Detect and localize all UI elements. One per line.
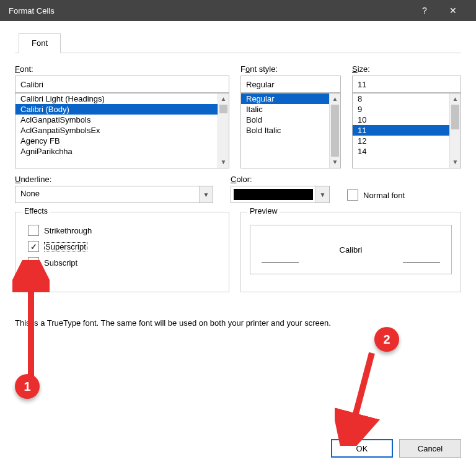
scroll-thumb[interactable]	[331, 105, 339, 157]
title-bar: Format Cells ? ✕	[0, 0, 476, 21]
effects-group: Effects Strikethrough ✓ Superscript Subs…	[15, 212, 229, 292]
normalfont-label: Normal font	[363, 191, 405, 200]
preview-text: Calibri	[340, 245, 363, 255]
size-option[interactable]: 9	[353, 104, 449, 115]
scroll-up-icon[interactable]: ▲	[330, 94, 340, 105]
scroll-down-icon[interactable]: ▼	[218, 157, 229, 168]
underline-label: Underline:	[15, 175, 213, 184]
checkbox-box	[347, 189, 358, 201]
superscript-checkbox[interactable]: ✓ Superscript	[28, 241, 223, 252]
font-option[interactable]: AclGanpatiSymbols	[15, 115, 218, 125]
color-label: Color:	[231, 175, 330, 184]
scrollbar[interactable]: ▲ ▼	[329, 94, 340, 168]
size-label: Size:	[352, 64, 461, 74]
annotation-arrow-2	[335, 347, 384, 446]
close-button[interactable]: ✕	[439, 6, 467, 15]
fontstyle-label: Font style:	[240, 64, 341, 74]
preview-box: Calibri	[250, 225, 452, 274]
size-option[interactable]: 12	[353, 136, 449, 146]
window-title: Format Cells	[9, 6, 410, 15]
scrollbar[interactable]: ▲ ▼	[449, 94, 461, 168]
annotation-circle-2: 2	[374, 327, 399, 352]
font-option[interactable]: Calibri (Body)	[15, 104, 218, 115]
font-option[interactable]: Calibri Light (Headings)	[15, 94, 218, 104]
fontstyle-option[interactable]: Regular	[241, 94, 329, 104]
superscript-label: Superscript	[44, 242, 87, 251]
tab-font[interactable]: Font	[19, 33, 61, 53]
scroll-up-icon[interactable]: ▲	[218, 94, 229, 105]
fontstyle-option[interactable]: Bold	[241, 115, 329, 125]
button-row: OK Cancel	[331, 439, 461, 458]
checkbox-box	[28, 225, 39, 236]
font-listbox[interactable]: Calibri Light (Headings) Calibri (Body) …	[15, 93, 229, 168]
checkbox-box	[28, 257, 39, 268]
effects-legend: Effects	[22, 207, 50, 215]
font-input[interactable]	[15, 76, 229, 93]
strikethrough-checkbox[interactable]: Strikethrough	[28, 225, 223, 236]
size-input[interactable]	[352, 76, 461, 93]
scroll-thumb[interactable]	[219, 105, 227, 113]
preview-legend: Preview	[247, 207, 280, 215]
size-option[interactable]: 10	[353, 115, 449, 125]
svg-line-1	[350, 353, 372, 437]
scroll-up-icon[interactable]: ▲	[450, 94, 461, 105]
subscript-label: Subscript	[44, 258, 77, 268]
subscript-checkbox[interactable]: Subscript	[28, 257, 223, 268]
underline-value: None	[15, 186, 199, 202]
scrollbar[interactable]: ▲ ▼	[218, 94, 229, 168]
strikethrough-label: Strikethrough	[44, 226, 92, 235]
size-option[interactable]: 8	[353, 94, 449, 104]
fontstyle-input[interactable]	[240, 76, 341, 93]
font-option[interactable]: AgniParikchha	[15, 146, 218, 157]
cancel-button[interactable]: Cancel	[399, 439, 461, 458]
ok-button[interactable]: OK	[331, 439, 393, 458]
font-label: Font:	[15, 64, 229, 74]
color-combo[interactable]: ▼	[231, 186, 330, 203]
truetype-note: This is a TrueType font. The same font w…	[15, 318, 461, 328]
chevron-down-icon[interactable]: ▼	[199, 186, 213, 202]
checkbox-box: ✓	[28, 241, 39, 252]
underline-combo[interactable]: None ▼	[15, 186, 213, 203]
fontstyle-option[interactable]: Bold Italic	[241, 125, 329, 136]
font-option[interactable]: AclGanpatiSymbolsEx	[15, 125, 218, 136]
fontstyle-listbox[interactable]: Regular Italic Bold Bold Italic ▲ ▼	[240, 93, 341, 168]
scroll-down-icon[interactable]: ▼	[450, 157, 461, 168]
size-listbox[interactable]: 8 9 10 11 12 14 ▲ ▼	[352, 93, 461, 168]
size-option[interactable]: 11	[353, 125, 449, 136]
size-option[interactable]: 14	[353, 146, 449, 157]
color-swatch	[234, 189, 313, 200]
fontstyle-option[interactable]: Italic	[241, 104, 329, 115]
scroll-down-icon[interactable]: ▼	[330, 157, 340, 168]
annotation-circle-1: 1	[15, 374, 40, 399]
preview-group: Preview Calibri	[240, 212, 461, 292]
font-option[interactable]: Agency FB	[15, 136, 218, 146]
help-button[interactable]: ?	[410, 6, 439, 15]
tab-strip: Font	[15, 33, 461, 53]
dialog-body: Font Font: Calibri Light (Headings) Cali…	[0, 21, 476, 336]
scroll-thumb[interactable]	[451, 105, 459, 129]
normalfont-checkbox[interactable]: Normal font	[347, 189, 405, 201]
chevron-down-icon[interactable]: ▼	[315, 186, 329, 202]
